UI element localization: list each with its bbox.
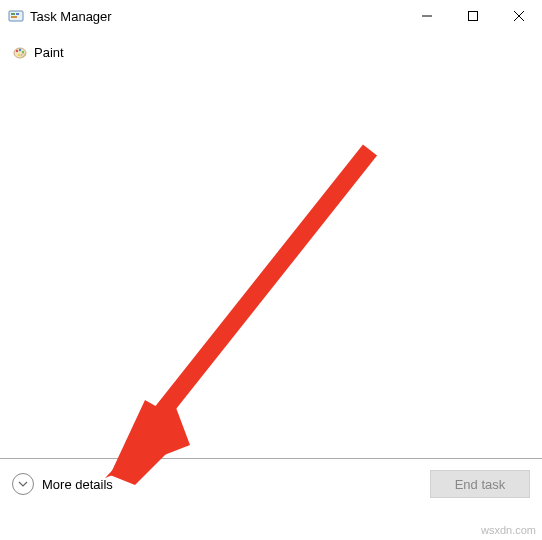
watermark: wsxdn.com — [481, 524, 536, 536]
process-name: Paint — [34, 45, 64, 60]
window-title: Task Manager — [30, 9, 404, 24]
svg-point-10 — [19, 49, 21, 51]
svg-rect-3 — [16, 13, 19, 15]
svg-point-11 — [22, 51, 24, 53]
chevron-down-icon — [12, 473, 34, 495]
paint-icon — [12, 44, 28, 60]
svg-rect-5 — [469, 12, 478, 21]
svg-point-9 — [16, 50, 18, 52]
minimize-button[interactable] — [404, 0, 450, 32]
svg-point-13 — [21, 54, 25, 57]
more-details-label: More details — [42, 477, 113, 492]
svg-point-12 — [18, 54, 20, 56]
svg-rect-1 — [11, 13, 15, 15]
titlebar: Task Manager — [0, 0, 542, 32]
task-manager-icon — [8, 8, 24, 24]
end-task-button[interactable]: End task — [430, 470, 530, 498]
window-controls — [404, 0, 542, 32]
svg-rect-2 — [11, 16, 17, 18]
maximize-button[interactable] — [450, 0, 496, 32]
close-button[interactable] — [496, 0, 542, 32]
process-list: Paint — [0, 32, 542, 458]
process-item[interactable]: Paint — [10, 40, 532, 64]
footer: More details End task — [0, 459, 542, 509]
more-details-button[interactable]: More details — [12, 473, 113, 495]
